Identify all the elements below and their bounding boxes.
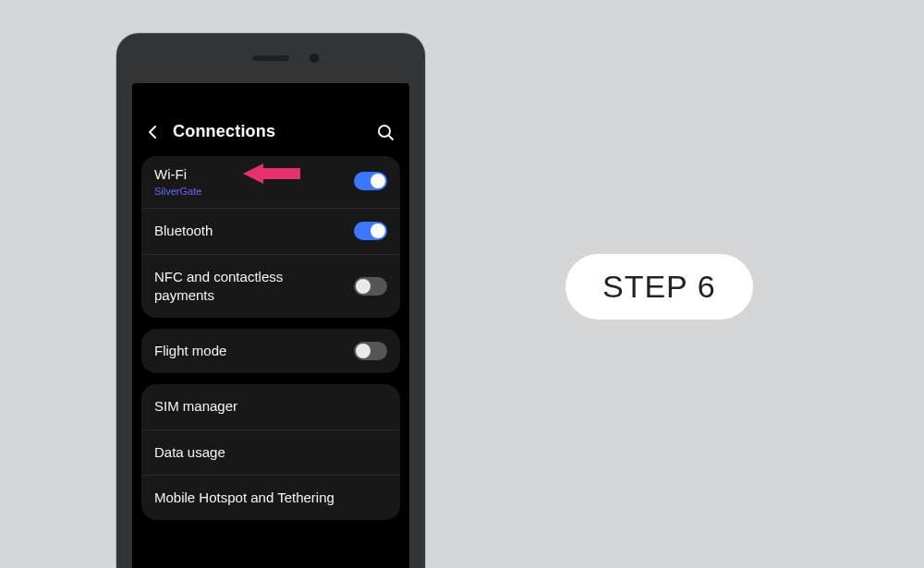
row-label: Wi-Fi xyxy=(154,165,345,184)
svg-line-1 xyxy=(389,136,393,139)
page-title: Connections xyxy=(173,122,275,141)
row-labels: Wi-FiSilverGate xyxy=(154,165,345,197)
toggle-switch[interactable] xyxy=(354,277,387,296)
row-label: NFC and contactless payments xyxy=(154,268,345,306)
toggle-switch[interactable] xyxy=(354,222,387,240)
front-camera xyxy=(310,54,319,63)
row-labels: NFC and contactless payments xyxy=(154,268,345,306)
back-icon[interactable] xyxy=(147,126,160,139)
toggle-knob xyxy=(356,279,371,294)
row-labels: Bluetooth xyxy=(154,222,345,240)
settings-group: Flight mode xyxy=(141,329,400,373)
search-icon[interactable] xyxy=(376,123,395,141)
toggle-knob xyxy=(356,344,371,358)
toggle-knob xyxy=(371,224,385,238)
svg-point-0 xyxy=(379,126,390,137)
toggle-knob xyxy=(371,174,385,188)
toggle-switch[interactable] xyxy=(354,342,387,360)
nfc-row[interactable]: NFC and contactless payments xyxy=(141,254,400,319)
row-labels: Flight mode xyxy=(154,342,345,360)
toggle-switch[interactable] xyxy=(354,172,387,190)
header-bar: Connections xyxy=(132,83,409,156)
screen: Connections Wi-FiSilverGateBluetoothNFC … xyxy=(132,83,409,568)
row-labels: SIM manager xyxy=(154,397,387,416)
wifi-row[interactable]: Wi-FiSilverGate xyxy=(141,156,400,208)
row-labels: Data usage xyxy=(154,443,387,462)
bluetooth-row[interactable]: Bluetooth xyxy=(141,208,400,253)
tablet-device-frame: Connections Wi-FiSilverGateBluetoothNFC … xyxy=(116,33,425,568)
speaker-slot xyxy=(252,55,289,61)
settings-group: SIM managerData usageMobile Hotspot and … xyxy=(141,384,400,520)
hotspot-row[interactable]: Mobile Hotspot and Tethering xyxy=(141,475,400,520)
data-usage-row[interactable]: Data usage xyxy=(141,429,400,475)
flight-mode-row[interactable]: Flight mode xyxy=(141,329,400,373)
row-label: Data usage xyxy=(154,443,387,462)
row-labels: Mobile Hotspot and Tethering xyxy=(154,489,387,507)
row-label: Mobile Hotspot and Tethering xyxy=(154,489,387,507)
row-label: Flight mode xyxy=(154,342,345,360)
row-label: SIM manager xyxy=(154,397,387,416)
sim-manager-row[interactable]: SIM manager xyxy=(141,384,400,429)
step-badge: STEP 6 xyxy=(565,254,753,320)
row-sublabel: SilverGate xyxy=(154,186,345,197)
settings-group: Wi-FiSilverGateBluetoothNFC and contactl… xyxy=(141,156,400,318)
row-label: Bluetooth xyxy=(154,222,345,240)
